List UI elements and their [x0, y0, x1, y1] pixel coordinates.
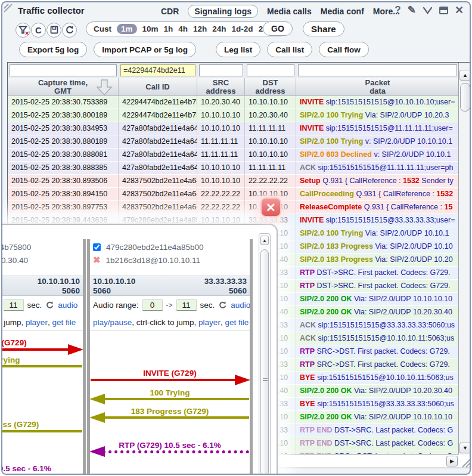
- audio-refresh-icon[interactable]: [218, 301, 227, 310]
- nav-item-cdr[interactable]: CDR: [161, 7, 179, 16]
- audio-link[interactable]: audio: [58, 301, 77, 310]
- call-item[interactable]: 479c280ebd2e11e4a85b00: [93, 240, 253, 254]
- time-range-24h[interactable]: 24h: [212, 24, 226, 33]
- nav-item-signaling-logs[interactable]: Signaling logs: [188, 5, 258, 18]
- flow-arrow[interactable]: [1, 430, 82, 433]
- time-range-selector: Cust1m10m1h4h12h24h1d-2d2d-3d: [86, 21, 288, 36]
- cell-packet-data: RTP SRC->DST. First packet. Codecs: G729…: [296, 345, 459, 358]
- close-icon[interactable]: ✕: [455, 4, 464, 16]
- resize-grip-top-left[interactable]: [3, 3, 13, 13]
- maximize-icon[interactable]: [439, 7, 448, 14]
- audio-from-input[interactable]: [142, 299, 163, 311]
- filter-input-src[interactable]: [199, 64, 243, 76]
- audio-refresh-icon[interactable]: [45, 301, 54, 310]
- cell-call-id: 42294474bd2e11e4b75800: [119, 109, 197, 122]
- table-row[interactable]: 2015-02-25 20:38:30.89415042837502bd2e11…: [8, 188, 459, 201]
- flow-arrow[interactable]: [1, 474, 82, 475]
- scroll-up-icon[interactable]: ▲: [459, 70, 471, 81]
- thumb-grip: [263, 378, 268, 381]
- cell-dst: 11.11.11.11: [245, 122, 296, 135]
- time-range-12h[interactable]: 12h: [193, 24, 207, 33]
- table-row[interactable]: 2015-02-25 20:38:30.80018942294474bd2e11…: [8, 109, 459, 122]
- audio-to-input[interactable]: [4, 299, 24, 311]
- action-call-list[interactable]: Call list: [267, 42, 312, 57]
- time-range-1h[interactable]: 1h: [164, 24, 173, 33]
- flow-message-label: 183 Progress (G729): [1, 420, 82, 429]
- link-play-pause[interactable]: play/pause: [93, 318, 132, 327]
- column-header-packet[interactable]: Packetdata: [296, 78, 459, 96]
- cell-packet-data: SIP/2.0 100 Trying v: SIP/2.0/UDP 10.10.…: [296, 135, 459, 149]
- table-row[interactable]: 2015-02-25 20:38:30.888385427a80fabd2e11…: [8, 162, 459, 175]
- link-player[interactable]: player: [26, 318, 48, 327]
- audio-to-input[interactable]: [176, 299, 197, 311]
- link-player[interactable]: player: [198, 318, 221, 327]
- flow-arrow[interactable]: [91, 450, 249, 453]
- time-range-1d-2d[interactable]: 1d-2d: [232, 24, 253, 33]
- table-row[interactable]: 2015-02-25 20:38:30.834953427a80fabd2e11…: [8, 122, 459, 135]
- collapse-icon[interactable]: [423, 6, 433, 15]
- table-row[interactable]: 2015-02-25 20:38:30.89775342837502bd2e11…: [8, 201, 459, 214]
- arrowhead-right-icon: [68, 344, 83, 355]
- remove-call-icon[interactable]: ✖: [93, 255, 101, 265]
- column-header-call-id[interactable]: Call ID: [119, 78, 197, 96]
- cell-call-id: 427a80fabd2e11e4a64800: [119, 149, 197, 162]
- popup-scroll-up-icon[interactable]: ▲: [260, 236, 269, 245]
- action-export-5g-log[interactable]: Export 5g log: [19, 42, 87, 57]
- table-row[interactable]: 2015-02-25 20:38:30.888081427a80fabd2e11…: [8, 149, 459, 162]
- column-header-dst[interactable]: DSTaddress: [245, 78, 296, 96]
- audio-link[interactable]: audio: [231, 301, 250, 310]
- flow-arrow[interactable]: [1, 348, 82, 351]
- flow-arrow[interactable]: [91, 416, 249, 419]
- filter-input-capture-time[interactable]: [10, 64, 117, 76]
- time-range-cust[interactable]: Cust: [94, 24, 111, 33]
- time-range-10m[interactable]: 10m: [142, 24, 159, 33]
- cell-packet-data: ReleaseComplete Q.931 { CallReference : …: [296, 201, 459, 214]
- filter-cell: [197, 63, 245, 78]
- call-item[interactable]: 42294474bd2e11e4b75800: [1, 240, 86, 254]
- filter-input-call-id[interactable]: [120, 64, 195, 76]
- range-arrow: ->: [166, 301, 173, 310]
- column-header-capture-time[interactable]: Capture time,GMT: [8, 78, 119, 96]
- table-row[interactable]: 2015-02-25 20:38:30.89350642837502bd2e11…: [8, 175, 459, 188]
- scroll-down-icon[interactable]: ▼: [459, 443, 471, 453]
- scroll-right-icon[interactable]: ▶: [446, 456, 458, 466]
- save-button[interactable]: [46, 23, 61, 38]
- nav-item-media-conf[interactable]: Media conf: [321, 7, 364, 16]
- clear-button[interactable]: C: [31, 23, 46, 38]
- call-checkbox[interactable]: [93, 243, 101, 251]
- resize-grip-bottom-right[interactable]: [458, 455, 471, 468]
- edit-icon[interactable]: ✎: [408, 4, 416, 16]
- popup-close-button[interactable]: ✕: [260, 197, 281, 217]
- lifeline-right: [83, 239, 86, 475]
- refresh-button[interactable]: [62, 23, 77, 38]
- help-icon[interactable]: ?: [395, 4, 400, 16]
- nav-item-media-calls[interactable]: Media calls: [267, 7, 312, 16]
- call-id-label: 42294474bd2e11e4b75800: [1, 243, 31, 252]
- time-range-1m[interactable]: 1m: [117, 24, 137, 34]
- action-import-pcap-or-5g-log[interactable]: Import PCAP or 5g log: [94, 42, 196, 57]
- table-row[interactable]: 2015-02-25 20:38:30.880189427a80fabd2e11…: [8, 135, 459, 149]
- popup-scrollbar[interactable]: ▲: [259, 233, 271, 475]
- scrollbar-thumb[interactable]: [460, 83, 470, 112]
- action-call-flow[interactable]: Call flow: [319, 42, 369, 57]
- filter-input-packet[interactable]: [298, 64, 457, 76]
- cell-capture-time: 2015-02-25 20:38:30.834953: [8, 122, 119, 135]
- go-button[interactable]: GO: [263, 21, 293, 36]
- action-leg-list[interactable]: Leg list: [216, 42, 260, 57]
- link-get-file[interactable]: get file: [52, 318, 76, 327]
- call-item[interactable]: ✖1b216c3d18@10.20.30.40: [1, 254, 86, 267]
- vertical-scrollbar[interactable]: ▲ ▼: [458, 63, 471, 455]
- flow-arrow[interactable]: [91, 379, 249, 382]
- column-header-src[interactable]: SRCaddress: [197, 78, 245, 96]
- filter-clear-button[interactable]: ✕: [15, 23, 30, 38]
- link-get-file[interactable]: get file: [225, 318, 249, 327]
- popup-scrollbar-thumb[interactable]: [260, 249, 269, 475]
- filter-input-dst[interactable]: [247, 64, 294, 76]
- flow-arrow[interactable]: [1, 365, 82, 368]
- share-button[interactable]: Share: [303, 21, 344, 36]
- table-row[interactable]: 2015-02-25 20:38:30.75338942294474bd2e11…: [8, 96, 459, 109]
- call-item[interactable]: ✖1b216c3d18@10.10.10.11: [93, 254, 253, 267]
- flow-arrow[interactable]: [91, 398, 249, 401]
- refresh-icon: [65, 25, 74, 35]
- time-range-4h[interactable]: 4h: [178, 24, 188, 33]
